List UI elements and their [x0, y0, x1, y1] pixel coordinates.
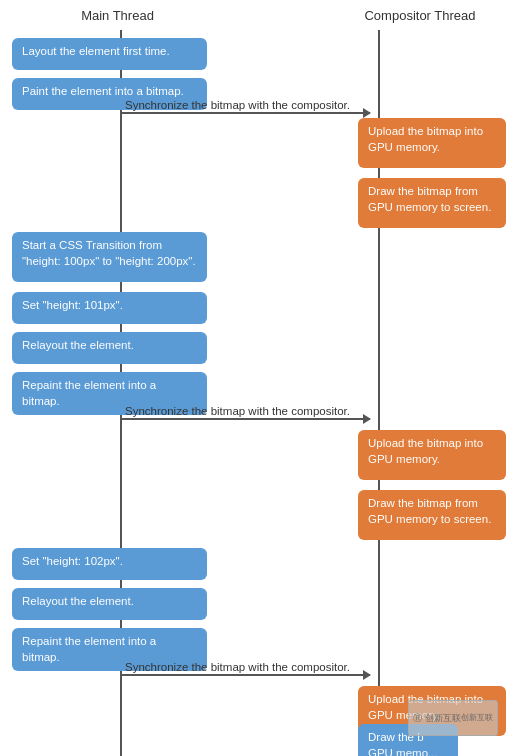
box1: Layout the element first time.: [12, 38, 207, 70]
box6: Set "height: 101px".: [12, 292, 207, 324]
box11: Set "height: 102px".: [12, 548, 207, 580]
arr1-line: [120, 112, 370, 114]
box5: Start a CSS Transition from"height: 100p…: [12, 232, 207, 282]
arr3-label: Synchronize the bitmap with the composit…: [125, 661, 350, 673]
arr2-line: [120, 418, 370, 420]
main-thread-header: Main Thread: [20, 8, 215, 23]
arr1-label: Synchronize the bitmap with the composit…: [125, 99, 350, 111]
box3: Upload the bitmap intoGPU memory.: [358, 118, 506, 168]
watermark: Ⓡ 创新互联创新互联: [408, 700, 498, 736]
box9: Upload the bitmap intoGPU memory.: [358, 430, 506, 480]
box7: Relayout the element.: [12, 332, 207, 364]
compositor-thread-header: Compositor Thread: [330, 8, 510, 23]
box10: Draw the bitmap fromGPU memory to screen…: [358, 490, 506, 540]
box4: Draw the bitmap fromGPU memory to screen…: [358, 178, 506, 228]
arr3-line: [120, 674, 370, 676]
arr2-label: Synchronize the bitmap with the composit…: [125, 405, 350, 417]
diagram-container: Main Thread Compositor Thread Layout the…: [0, 0, 518, 756]
box12: Relayout the element.: [12, 588, 207, 620]
